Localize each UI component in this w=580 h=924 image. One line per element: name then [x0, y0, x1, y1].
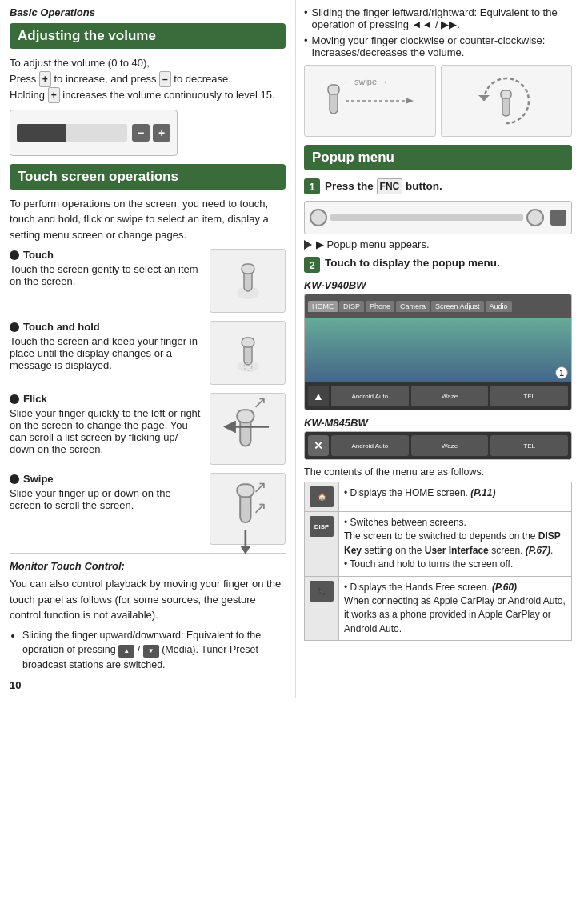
tab-screen-adjust: Screen Adjust — [431, 301, 484, 312]
svg-marker-20 — [406, 98, 414, 104]
kw-m845bw-label: KW-M845BW — [304, 417, 572, 429]
step-2-number: 2 — [304, 257, 320, 273]
monitor-touch-bullets: Sliding the finger upward/downward: Equi… — [10, 628, 286, 674]
popup-arrow-icon — [304, 240, 312, 250]
step-1-label: Press the FNC button. — [325, 180, 442, 192]
step-1-number: 1 — [304, 178, 320, 194]
right-bullet-2: • Moving your finger clockwise or counte… — [304, 34, 572, 58]
rotate-illustration — [441, 65, 573, 137]
minus-key: – — [159, 71, 171, 87]
touch-description: Touch the screen gently to select an ite… — [10, 263, 203, 287]
volume-fill — [17, 124, 66, 142]
bullet-hold — [10, 322, 19, 332]
touch-gesture-image — [210, 249, 286, 313]
touch-screen-ops-header: Touch screen operations — [10, 164, 286, 190]
swipe-description: Slide your finger up or down on the scre… — [10, 487, 203, 511]
fnc-device-illustration — [304, 201, 572, 234]
popup-menu-header: Popup menu — [304, 145, 572, 170]
fnc-knob-2 — [526, 209, 544, 226]
svg-rect-5 — [242, 338, 254, 347]
kw-step-badge: 1 — [555, 366, 568, 379]
left-column: Basic Operations Adjusting the volume To… — [0, 0, 296, 698]
kw-m845-close-btn: ✕ — [308, 435, 329, 456]
svg-marker-22 — [478, 95, 490, 101]
home-icon-cell: 🏠 — [305, 482, 339, 512]
svg-text:← swipe →: ← swipe → — [343, 77, 388, 86]
rotate-svg — [458, 67, 554, 135]
phone-icon-cell: 📞 — [305, 576, 339, 641]
home-icon: 🏠 — [310, 486, 334, 507]
touch-op-hold-label: Touch and hold — [10, 321, 203, 333]
right-bullet-1: • Sliding the finger leftward/rightward:… — [304, 6, 572, 30]
swipe-gesture-image: ↗ ↗ — [210, 473, 286, 545]
touch-op-flick-text: Flick Slide your finger quickly to the l… — [10, 393, 203, 455]
popup-appears-label: ▶ Popup menu appears. — [316, 238, 430, 250]
android-auto-btn: Android Auto — [331, 386, 409, 406]
fnc-bar — [330, 214, 523, 221]
step-2-item: 2 Touch to display the popup menu. — [304, 257, 572, 273]
bullet-swipe — [10, 474, 19, 484]
waze-btn: Waze — [411, 386, 489, 406]
step-1-item: 1 Press the FNC button. — [304, 178, 572, 194]
touch-op-touch-text: Touch Touch the screen gently to select … — [10, 249, 203, 287]
flick-gesture-image: ↗ — [210, 393, 286, 465]
touch-hold-gesture-image — [210, 321, 286, 385]
touch-op-hold: Touch and hold Touch the screen and keep… — [10, 321, 286, 385]
hold-gesture-svg — [220, 325, 276, 381]
flick-gesture-svg: ↗ — [210, 386, 285, 471]
right-bullet-dot-1: • — [304, 6, 308, 18]
monitor-touch-section: Monitor Touch Control: You can also cont… — [10, 553, 286, 673]
touch-gesture-svg — [220, 253, 276, 309]
right-bullet-text-1: Sliding the finger leftward/rightward: E… — [312, 6, 572, 30]
svg-rect-8 — [237, 410, 254, 422]
minus-button-icon: − — [132, 124, 150, 142]
tab-audio: Audio — [486, 301, 512, 312]
step-2-label: Touch to display the popup menu. — [325, 257, 500, 269]
kw-v940bw-bottombar: ▲ Android Auto Waze TEL — [305, 382, 571, 410]
svg-rect-12 — [237, 484, 254, 497]
touch-op-touch: Touch Touch the screen gently to select … — [10, 249, 286, 313]
volume-device-illustration: − + — [10, 110, 178, 156]
kw-m845bw-screen: ✕ Android Auto Waze TEL — [304, 431, 572, 460]
menu-row-disp: DISP • Switches between screens.The scre… — [305, 512, 572, 577]
menu-table: 🏠 • Displays the HOME screen. (P.11) DIS… — [304, 482, 572, 641]
touch-op-flick-label: Flick — [10, 393, 203, 405]
kw-v940bw-screen: HOME DISP Phone Camera Screen Adjust Aud… — [304, 294, 572, 410]
kw-m845bw-bar: ✕ Android Auto Waze TEL — [305, 432, 571, 459]
tab-disp: DISP — [339, 301, 364, 312]
hold-plus-key: + — [48, 87, 60, 103]
tab-home: HOME — [308, 301, 338, 312]
menu-row-phone: 📞 • Displays the Hands Free screen. (P.6… — [305, 576, 572, 641]
bullet-touch — [10, 250, 19, 260]
popup-menu-section: Popup menu 1 Press the FNC button. ▶ Pop… — [304, 145, 572, 641]
touch-op-swipe-text: Swipe Slide your finger up or down on th… — [10, 473, 203, 511]
bullet-flick — [10, 394, 19, 404]
svg-text:↗: ↗ — [253, 478, 267, 497]
touch-screen-ops-section: Touch screen operations To perform opera… — [10, 164, 286, 546]
kw-m845-waze: Waze — [411, 435, 489, 456]
tab-phone: Phone — [366, 301, 394, 312]
monitor-touch-title: Monitor Touch Control: — [10, 560, 286, 572]
swipe-lr-illustration: ← swipe → — [304, 65, 436, 137]
touch-op-hold-text: Touch and hold Touch the screen and keep… — [10, 321, 203, 371]
flick-description: Slide your finger quickly to the left or… — [10, 407, 203, 455]
menu-note: The contents of the menu are as follows. — [304, 466, 572, 478]
monitor-bullet-1: Sliding the finger upward/downward: Equi… — [22, 628, 286, 674]
right-column: • Sliding the finger leftward/rightward:… — [296, 0, 580, 698]
phone-icon: 📞 — [310, 581, 334, 602]
fnc-knob — [310, 209, 327, 226]
kw-m845-tel: TEL — [490, 435, 568, 456]
right-bullet-dot-2: • — [304, 34, 308, 46]
swipe-gesture-svg: ↗ ↗ — [210, 461, 285, 557]
home-menu-text: • Displays the HOME screen. (P.11) — [339, 482, 572, 512]
fnc-key: FNC — [377, 178, 403, 194]
touch-op-touch-label: Touch — [10, 249, 203, 261]
kw-m845-android-auto: Android Auto — [331, 435, 409, 456]
touch-op-flick: Flick Slide your finger quickly to the l… — [10, 393, 286, 465]
touch-ops-intro: To perform operations on the screen, you… — [10, 196, 286, 243]
menu-row-home: 🏠 • Displays the HOME screen. (P.11) — [305, 482, 572, 512]
svg-text:↗: ↗ — [253, 392, 267, 411]
phone-menu-text: • Displays the Hands Free screen. (P.60)… — [339, 576, 572, 641]
kw-m845-buttons: Android Auto Waze TEL — [331, 435, 568, 456]
page-header: Basic Operations — [10, 6, 286, 18]
